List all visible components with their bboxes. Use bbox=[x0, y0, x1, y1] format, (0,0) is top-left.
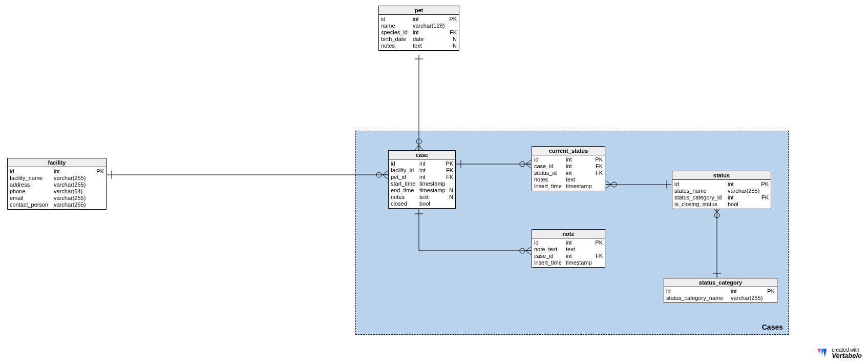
table-row: idintPK bbox=[534, 239, 603, 246]
entity-body: idintPK namevarchar(128) species_idintFK… bbox=[379, 15, 459, 50]
table-row: note_texttext bbox=[534, 246, 603, 253]
region-label: Cases bbox=[762, 323, 783, 331]
table-row: start_timetimestamp bbox=[391, 180, 453, 187]
entity-title: pet bbox=[379, 6, 459, 15]
entity-title: case bbox=[389, 151, 455, 159]
table-row: facility_namevarchar(255) bbox=[10, 175, 104, 182]
entity-title: status_category bbox=[664, 278, 777, 287]
entity-status-category[interactable]: status_category idintPK status_category_… bbox=[664, 278, 777, 303]
entity-body: idintPK status_namevarchar(255) status_c… bbox=[672, 180, 771, 209]
entity-pet[interactable]: pet idintPK namevarchar(128) species_idi… bbox=[378, 6, 459, 51]
entity-title: current_status bbox=[532, 147, 605, 155]
table-row: closedbool bbox=[391, 200, 453, 207]
svg-marker-39 bbox=[823, 349, 827, 357]
table-row: facility_idintFK bbox=[391, 167, 453, 174]
entity-body: idintPK facility_namevarchar(255) addres… bbox=[8, 167, 106, 209]
table-row: idintPK bbox=[674, 181, 769, 188]
entity-case[interactable]: case idintPK facility_idintFK pet_idintF… bbox=[388, 150, 456, 209]
table-row: status_category_idintFK bbox=[674, 194, 769, 201]
table-row: pet_idintFK bbox=[391, 174, 453, 180]
table-row: birth_datedateN bbox=[381, 36, 457, 43]
entity-title: facility bbox=[8, 158, 106, 167]
table-row: case_idintFK bbox=[534, 163, 603, 170]
entity-current-status[interactable]: current_status idintPK case_idintFK stat… bbox=[532, 146, 605, 191]
entity-body: idintPK status_category_namevarchar(255) bbox=[664, 287, 777, 302]
table-row: idintPK bbox=[10, 168, 104, 175]
entity-note[interactable]: note idintPK note_texttext case_idintFK … bbox=[532, 229, 605, 268]
table-row: notestextN bbox=[381, 43, 457, 49]
table-row: insert_timetimestamp bbox=[534, 259, 603, 266]
vertabelo-logo-icon bbox=[817, 349, 829, 358]
entity-title: note bbox=[532, 230, 605, 238]
table-row: species_idintFK bbox=[381, 29, 457, 36]
table-row: status_namevarchar(255) bbox=[674, 188, 769, 194]
table-row: phonevarchar(64) bbox=[10, 188, 104, 195]
entity-facility[interactable]: facility idintPK facility_namevarchar(25… bbox=[7, 158, 107, 210]
table-row: end_timetimestampN bbox=[391, 187, 453, 194]
table-row: idintPK bbox=[666, 288, 775, 295]
table-row: status_category_namevarchar(255) bbox=[666, 295, 775, 301]
entity-title: status bbox=[672, 171, 771, 180]
entity-status[interactable]: status idintPK status_namevarchar(255) s… bbox=[672, 171, 771, 209]
table-row: idintPK bbox=[381, 16, 457, 23]
table-row: is_closing_statusbool bbox=[674, 201, 769, 208]
table-row: notestext bbox=[534, 176, 603, 183]
table-row: contact_personvarchar(255) bbox=[10, 201, 104, 208]
table-row: namevarchar(128) bbox=[381, 23, 457, 29]
table-row: addressvarchar(255) bbox=[10, 182, 104, 188]
entity-body: idintPK note_texttext case_idintFK inser… bbox=[532, 238, 605, 267]
table-row: emailvarchar(255) bbox=[10, 195, 104, 201]
watermark: created with Vertabelo bbox=[817, 347, 862, 359]
table-row: notestextN bbox=[391, 194, 453, 200]
entity-body: idintPK case_idintFK status_idintFK note… bbox=[532, 155, 605, 191]
entity-body: idintPK facility_idintFK pet_idintFK sta… bbox=[389, 159, 455, 208]
table-row: case_idintFK bbox=[534, 253, 603, 259]
table-row: idintPK bbox=[534, 156, 603, 163]
table-row: insert_timetimestamp bbox=[534, 183, 603, 190]
table-row: idintPK bbox=[391, 160, 453, 167]
table-row: status_idintFK bbox=[534, 170, 603, 176]
watermark-brand: Vertabelo bbox=[832, 352, 862, 359]
